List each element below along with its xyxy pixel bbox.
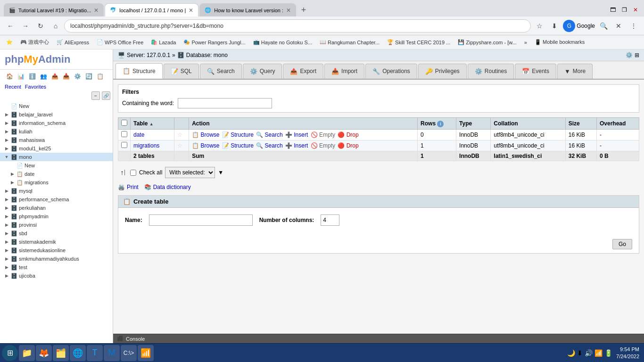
sidebar-item-provinsi[interactable]: ▶ 🗄️ provinsi bbox=[0, 221, 113, 229]
bookmark-zippy[interactable]: 💾Zippyshare.com - [w... bbox=[455, 38, 519, 46]
sidebar-item-sistemedukasi[interactable]: ▶ 🗄️ sistemedukasionline bbox=[0, 246, 113, 255]
pma-console[interactable]: ⬛ Console bbox=[113, 334, 644, 343]
pma-home-icon[interactable]: 🏠 bbox=[5, 72, 14, 81]
pma-replication-icon[interactable]: 🔄 bbox=[84, 72, 93, 81]
taskbar-terminal[interactable]: C:\> bbox=[121, 345, 137, 361]
pma-settings-icon[interactable]: ⚙️ bbox=[73, 72, 82, 81]
date-structure-link[interactable]: 📝 Structure bbox=[222, 132, 254, 138]
sidebar-link-btn[interactable]: 🔗 bbox=[102, 91, 110, 100]
start-button[interactable]: ⊞ bbox=[2, 345, 18, 361]
data-dict-link[interactable]: 📚 Data dictionary bbox=[144, 184, 191, 190]
date-browse-link[interactable]: 📋 Browse bbox=[192, 132, 219, 138]
tab-export[interactable]: 📤 Export bbox=[283, 64, 323, 79]
menu-button[interactable]: ⋮ bbox=[627, 19, 640, 33]
checkbox-migrations[interactable] bbox=[121, 142, 127, 148]
th-table[interactable]: Table ▲ bbox=[131, 118, 174, 130]
tab-sql[interactable]: 📝 SQL bbox=[164, 64, 199, 79]
tab-2[interactable]: 🐬 localhost / 127.0.0.1 / mono | ✕ bbox=[105, 3, 198, 16]
pma-expand-icon[interactable]: ⊞ bbox=[635, 52, 639, 58]
date-empty-link[interactable]: 🚫 Empty bbox=[311, 132, 335, 138]
sidebar-item-modul1[interactable]: ▶ 🗄️ modul1_kel25 bbox=[0, 144, 113, 153]
checkbox-date[interactable] bbox=[121, 131, 127, 137]
back-button[interactable]: ← bbox=[4, 19, 17, 33]
tab-search[interactable]: 🔍 Search bbox=[200, 64, 242, 79]
tab-routines[interactable]: ⚙️ Routines bbox=[468, 64, 514, 79]
maximize-button[interactable]: ❐ bbox=[619, 5, 629, 15]
sidebar-item-performance[interactable]: ▶ 🗄️ performance_schema bbox=[0, 195, 113, 204]
tab-import[interactable]: 📥 Import bbox=[324, 64, 364, 79]
pma-settings-icon2[interactable]: ⚙️ bbox=[626, 52, 633, 58]
profile-icon[interactable]: G bbox=[563, 20, 575, 32]
taskbar-explorer[interactable]: 📁 bbox=[19, 345, 35, 361]
sidebar-item-sbd[interactable]: ▶ 🗄️ sbd bbox=[0, 229, 113, 238]
sidebar-item-sistemakademik[interactable]: ▶ 🗄️ sistemakademik bbox=[0, 238, 113, 246]
tab-2-close[interactable]: ✕ bbox=[189, 7, 193, 14]
sidebar-item-belajar-laravel[interactable]: ▶ 🗄️ belajar_laravel bbox=[0, 110, 113, 119]
taskbar-wifi[interactable]: 📶 bbox=[138, 345, 154, 361]
pma-users-icon[interactable]: 👥 bbox=[39, 72, 48, 81]
create-table-header[interactable]: 📋 Create table bbox=[118, 196, 639, 208]
migrations-search-link[interactable]: 🔍 Search bbox=[256, 142, 282, 149]
bookmark-gaming[interactable]: 🎮游戏中心 bbox=[18, 38, 51, 47]
bookmark-star-filled[interactable]: ⬇ bbox=[548, 19, 561, 33]
bookmark-more[interactable]: » bbox=[522, 39, 529, 46]
new-tab-button[interactable]: + bbox=[297, 3, 310, 16]
minimize-button[interactable]: 🗖 bbox=[608, 5, 618, 15]
sidebar-item-smk[interactable]: ▶ 🗄️ smkmuhammadiyahkudus bbox=[0, 255, 113, 263]
star-icon-date[interactable]: ☆ bbox=[177, 132, 182, 138]
sidebar-item-mysql[interactable]: ▶ 🗄️ mysql bbox=[0, 187, 113, 195]
table-name-input[interactable] bbox=[149, 214, 253, 226]
taskbar-firefox[interactable]: 🦊 bbox=[36, 345, 52, 361]
date-name-link[interactable]: date bbox=[133, 132, 144, 138]
columns-input[interactable] bbox=[321, 214, 339, 226]
taskbar-chrome[interactable]: 🌐 bbox=[70, 345, 86, 361]
recent-link[interactable]: Recent bbox=[5, 84, 21, 90]
pma-sql-icon[interactable]: 📊 bbox=[16, 72, 25, 81]
date-insert-link[interactable]: ➕ Insert bbox=[285, 132, 308, 138]
row-date-star[interactable]: ☆ bbox=[174, 130, 189, 140]
row-date-checkbox[interactable] bbox=[118, 130, 131, 140]
sidebar-item-mahasiswa[interactable]: ▶ 🗄️ mahasiswa bbox=[0, 136, 113, 144]
reload-button[interactable]: ↻ bbox=[34, 19, 47, 33]
bookmark-hayate[interactable]: 📺Hayate no Gotoku S... bbox=[251, 38, 314, 46]
tab-privileges[interactable]: 🔑 Privileges bbox=[418, 64, 467, 79]
bookmark-mobile[interactable]: 📱 Mobile bookmarks bbox=[532, 38, 587, 46]
sidebar-item-mono[interactable]: ▼ 🗄️ mono bbox=[0, 153, 113, 161]
star-icon-migrations[interactable]: ☆ bbox=[177, 142, 182, 149]
tab-1-close[interactable]: ✕ bbox=[94, 7, 99, 14]
bookmark-star[interactable]: ☆ bbox=[533, 19, 546, 33]
tab-3[interactable]: 🌐 How to know Laravel version : ✕ bbox=[199, 3, 296, 16]
pma-import-icon[interactable]: 📥 bbox=[61, 72, 71, 81]
row-migrations-checkbox[interactable] bbox=[118, 140, 131, 151]
bookmark-home[interactable]: ⭐ bbox=[4, 38, 15, 46]
filter-input[interactable] bbox=[178, 98, 272, 108]
sidebar-item-information-schema[interactable]: ▶ 🗄️ information_schema bbox=[0, 119, 113, 127]
bookmark-rangkuman[interactable]: 📖Rangkuman Chapter... bbox=[317, 38, 382, 46]
pma-export-icon[interactable]: 📤 bbox=[50, 72, 59, 81]
migrations-name-link[interactable]: migrations bbox=[133, 142, 159, 149]
sidebar-item-date[interactable]: ▶ 📋 date bbox=[0, 170, 113, 178]
tab-1[interactable]: 🎬 Tutorial Laravel #19 : Migratio... ✕ bbox=[4, 3, 104, 16]
tab-query[interactable]: ⚙️ Query bbox=[243, 64, 282, 79]
bookmark-lazada[interactable]: 🛍️Lazada bbox=[149, 38, 178, 46]
sidebar-item-ujicoba[interactable]: ▶ 🗄️ ujicoba bbox=[0, 272, 113, 280]
pma-status-icon[interactable]: ℹ️ bbox=[27, 72, 37, 81]
row-migrations-name[interactable]: migrations bbox=[131, 140, 174, 151]
favorites-link[interactable]: Favorites bbox=[25, 84, 46, 90]
print-link[interactable]: 🖨️ Print bbox=[118, 184, 139, 190]
tab-structure[interactable]: 📋 Structure bbox=[116, 63, 163, 79]
rows-info-icon[interactable]: i bbox=[437, 121, 444, 127]
bookmark-rangers[interactable]: 🎭Power Rangers Jungl... bbox=[181, 38, 248, 46]
sidebar-item-test[interactable]: ▶ 🗄️ test bbox=[0, 263, 113, 272]
sidebar-item-perkuliahan[interactable]: ▶ 🗄️ perkuliahan bbox=[0, 204, 113, 212]
tab-operations[interactable]: 🔧 Operations bbox=[365, 64, 417, 79]
date-search-link[interactable]: 🔍 Search bbox=[256, 132, 282, 138]
sidebar-item-kuliah[interactable]: ▶ 🗄️ kuliah bbox=[0, 127, 113, 136]
bookmark-aliexpress[interactable]: 🛒AliExpress bbox=[54, 38, 91, 46]
sidebar-item-mono-new[interactable]: 📄 New bbox=[0, 161, 113, 170]
browser-search-button[interactable]: 🔍 bbox=[597, 19, 610, 33]
row-migrations-star[interactable]: ☆ bbox=[174, 140, 189, 151]
date-drop-link[interactable]: 🔴 Drop bbox=[338, 132, 358, 138]
go-button[interactable]: Go bbox=[612, 239, 632, 249]
migrations-browse-link[interactable]: 📋 Browse bbox=[192, 142, 219, 149]
